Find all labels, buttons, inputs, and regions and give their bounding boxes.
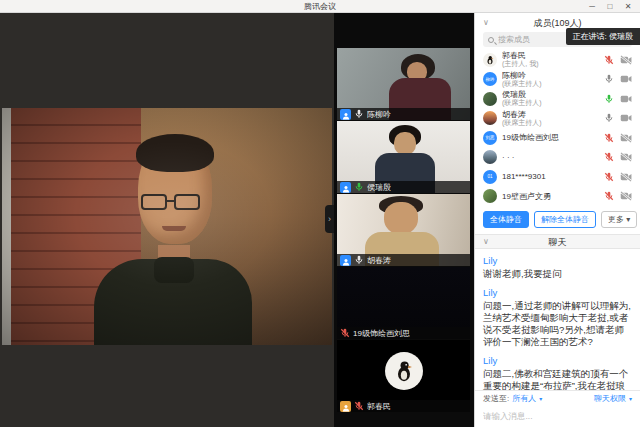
video-stage: › [0,13,334,427]
thumb-person-face [384,202,418,234]
send-to-selector[interactable]: 所有人 [512,393,536,404]
mic-speaking-icon [354,182,364,192]
member-name: 胡春涛 [502,110,599,119]
mic-muted-icon[interactable] [604,191,614,201]
chat-title: 聊天 [549,237,567,247]
thumb-label: 郭春民 [337,400,470,412]
chat-message: Lily 谢谢老师,我要提问 [483,255,632,280]
member-row-chen[interactable]: 柳吟 陈柳吟(联席主持人) [475,70,640,90]
chat-collapse-icon[interactable]: ∨ [483,235,489,249]
member-name: 侯瑞殷 [502,90,599,99]
thumb-label: 侯瑞殷 [337,181,470,193]
camera-off-icon[interactable] [620,191,632,201]
member-row-hu[interactable]: 胡春涛(联席主持人) [475,109,640,129]
member-row-liusi[interactable]: 刘思 19级饰绘画刘思 [475,128,640,148]
window-title: 腾讯会议 [0,0,640,13]
chat-sender: Lily [483,355,632,366]
member-role: (联席主持人) [502,119,599,127]
thumbnail-strip: 陈柳吟 侯瑞殷 胡春涛 [334,13,474,427]
search-icon [488,37,494,43]
video-thumb-hu[interactable]: 胡春涛 [337,194,470,266]
minimize-button[interactable]: ─ [584,0,600,13]
thumb-label: 19级饰绘画刘思 [337,327,470,339]
thumb-name: 侯瑞殷 [367,182,391,193]
member-row-dots[interactable]: · · · [475,148,640,168]
chat-header: ∨ 聊天 [475,234,640,249]
video-thumb-hou-speaking[interactable]: 侯瑞殷 [337,121,470,193]
window-controls: ─ □ ✕ [584,0,636,13]
member-name: 19壁画卢文勇 [502,192,599,201]
member-row-guo[interactable]: 郭春民(主持人, 我) [475,50,640,70]
mic-muted-icon[interactable] [604,152,614,162]
meeting-window: 腾讯会议 ─ □ ✕ › [0,0,640,427]
mic-on-icon[interactable] [604,113,614,123]
chevron-down-icon: ▾ [629,395,632,402]
bird-icon [392,359,416,383]
mic-on-icon[interactable] [604,74,614,84]
host-person-icon [340,401,351,412]
thumb-name: 陈柳吟 [367,109,391,120]
chat-text: 谢谢老师,我要提问 [483,268,632,280]
video-thumb-chen[interactable]: 陈柳吟 [337,48,470,120]
chat-text: 问题二,佛教和宫廷建筑的顶有一个重要的构建是“布拉萨”,我在老挝琅勃拉邦也看到类… [483,368,632,390]
chat-input[interactable] [483,411,632,421]
avatar: 01 [483,170,497,184]
bird-avatar [385,352,423,390]
main-video-vignette [2,108,332,345]
member-row-hou[interactable]: 侯瑞殷(联席主持人) [475,89,640,109]
mute-all-button[interactable]: 全体静音 [483,211,529,228]
chevron-down-icon: ▾ [539,395,542,402]
chat-message: Lily 问题二,佛教和宫廷建筑的顶有一个重要的构建是“布拉萨”,我在老挝琅勃拉… [483,355,632,390]
collapse-strip-handle[interactable]: › [325,205,334,233]
cohost-person-icon [340,255,351,266]
mic-speaking-icon[interactable] [604,94,614,104]
chat-input-wrap [483,405,632,419]
video-thumb-guo[interactable]: 郭春民 [337,340,470,412]
mic-on-icon [354,255,364,265]
avatar: 刘思 [483,131,497,145]
chat-permission-selector[interactable]: 聊天权限 [594,393,626,404]
camera-off-icon[interactable] [620,152,632,162]
member-name: · · · [502,153,599,162]
mic-on-icon [354,109,364,119]
more-button[interactable]: 更多 ▾ [601,211,637,228]
maximize-button[interactable]: □ [602,0,618,13]
camera-on-icon[interactable] [620,94,632,104]
send-to-label: 发送至: [483,393,509,404]
camera-on-icon[interactable] [620,74,632,84]
camera-off-icon[interactable] [620,172,632,182]
member-row-phone[interactable]: 01 181****9301 [475,167,640,187]
member-name: 181****9301 [502,172,599,181]
mic-muted-icon[interactable] [604,133,614,143]
thumb-label: 胡春涛 [337,254,470,266]
member-row-luwenyong[interactable]: 19壁画卢文勇 [475,187,640,207]
member-actions: 全体静音 解除全体静音 更多 ▾ [483,211,632,228]
thumb-name: 胡春涛 [367,255,391,266]
thumb-person-face [394,132,416,155]
main-video-guo[interactable] [2,108,332,345]
close-button[interactable]: ✕ [620,0,636,13]
camera-off-icon[interactable] [620,55,632,65]
video-thumb-liusi[interactable]: 19级饰绘画刘思 [337,267,470,339]
mic-muted-icon[interactable] [604,55,614,65]
avatar [483,53,497,67]
cohost-person-icon [340,182,351,193]
mic-muted-icon[interactable] [604,172,614,182]
avatar [483,111,497,125]
member-name: 郭春民 [502,51,599,60]
chat-send-row: 发送至: 所有人 ▾ 聊天权限 ▾ [475,390,640,403]
chat-message: Lily 问题一,通过老师的讲解可以理解为,兰纳艺术受缅甸影响大于老挝,或者说不… [483,287,632,348]
mic-muted-icon [340,328,350,338]
avatar: 柳吟 [483,72,497,86]
thumb-name: 19级饰绘画刘思 [353,328,410,339]
chat-message-list[interactable]: Lily 谢谢老师,我要提问 Lily 问题一,通过老师的讲解可以理解为,兰纳艺… [475,250,640,390]
cohost-person-icon [340,109,351,120]
member-name: 陈柳吟 [502,71,599,80]
camera-off-icon[interactable] [620,133,632,143]
thumb-label: 陈柳吟 [337,108,470,120]
avatar [483,189,497,203]
camera-on-icon[interactable] [620,113,632,123]
avatar [483,92,497,106]
unmute-all-button[interactable]: 解除全体静音 [534,211,596,228]
titlebar: 腾讯会议 ─ □ ✕ [0,0,640,13]
